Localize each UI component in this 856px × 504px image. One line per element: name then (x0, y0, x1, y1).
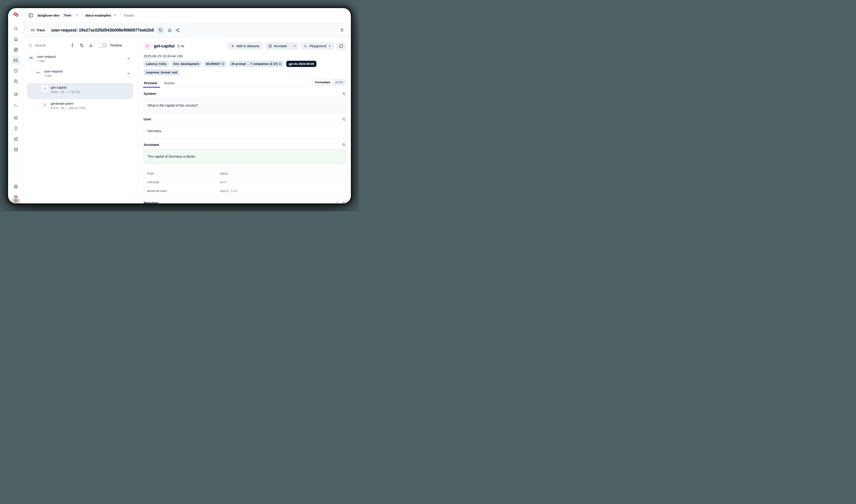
user-section: User Germany (144, 117, 346, 139)
node-duration: 6.47s (51, 106, 58, 110)
trace-type-label: Trace (36, 28, 45, 32)
node-label: user-request (44, 70, 63, 73)
sidebar-item-search[interactable] (12, 24, 20, 33)
download-icon[interactable] (89, 43, 93, 48)
search-input[interactable] (35, 43, 65, 48)
view-settings-icon[interactable] (79, 43, 84, 48)
sidebar-item-tracing[interactable] (12, 56, 20, 65)
table-row: refusal null (144, 178, 345, 187)
trace-tree-panel: Timeline user-request7.29s (24, 37, 139, 203)
sidebar-item-evaluation[interactable] (12, 124, 20, 133)
sidebar-item-sessions[interactable] (12, 67, 20, 75)
node-label: generate-poem (51, 102, 73, 105)
chevron-down-icon[interactable] (127, 72, 130, 76)
assistant-message: The capital of Germany is Berlin. (144, 149, 346, 164)
generation-icon (42, 85, 48, 92)
sidebar-item-annotation-queues[interactable] (12, 134, 20, 143)
breadcrumb-separator: / (81, 13, 83, 18)
value-cell: null (216, 178, 345, 187)
tree-node-user-request[interactable]: user-request7.29s (28, 55, 56, 63)
annotate-menu-chevron[interactable] (291, 42, 299, 50)
star-button[interactable] (167, 28, 172, 33)
share-button[interactable] (175, 28, 180, 33)
expand-icon[interactable] (335, 201, 339, 204)
node-tokens: 20 → 7 (Σ 27) (61, 90, 80, 94)
app-window: langfuse-dev Team / docs-examples / Trac… (8, 8, 351, 203)
system-section: System What is the capital of the countr… (144, 92, 346, 113)
action-buttons: Add to datasets Annotate P (228, 42, 346, 50)
node-label: get-capital (51, 86, 66, 89)
sidebar-item-prompts[interactable] (12, 90, 20, 99)
delete-trace-button[interactable] (338, 26, 346, 35)
comments-button[interactable] (337, 42, 346, 50)
trace-header-bar: Trace user-request: 19e27ac025d543b008e9… (24, 23, 351, 37)
playground-button[interactable]: Playground (301, 42, 334, 50)
output-path-table: Path Value refusal null annotations empt… (144, 169, 346, 195)
user-label: User (144, 117, 151, 121)
sidebar-item-settings[interactable] (12, 182, 20, 191)
chevron-down-icon[interactable] (113, 13, 117, 17)
annotate-split-button: Annotate (265, 42, 299, 50)
user-message: Germany (144, 123, 346, 139)
user-avatar[interactable] (12, 198, 20, 203)
tree-node-user-request-span[interactable]: user-request7.29s (35, 69, 63, 78)
copy-icon[interactable] (342, 118, 346, 121)
tab-preview[interactable]: Preview (144, 79, 158, 87)
sidebar-item-dashboard[interactable] (12, 45, 20, 54)
tag-button[interactable] (157, 27, 164, 34)
assistant-section: Assistant The capital of Germany is Berl… (144, 143, 346, 164)
format-segmented-control: Formatted JSON (312, 79, 346, 86)
collapse-all-icon[interactable] (70, 43, 74, 48)
tree-node-generate-poem[interactable]: generate-poem6.47s30 → 245 (Σ 275) (42, 102, 85, 110)
env-badge: Env: development (171, 61, 201, 67)
tokens-value: 20 prompt → 7 completion (Σ 27) (231, 62, 278, 66)
annotate-button[interactable]: Annotate (265, 42, 290, 50)
cost-value: $0.000027 (206, 62, 220, 66)
sidebar-item-playground[interactable] (12, 101, 20, 109)
assistant-label: Assistant (144, 143, 159, 147)
copy-icon[interactable] (342, 143, 346, 147)
cost-badge[interactable]: $0.000027 (204, 61, 227, 67)
metadata-section: Metadata (144, 201, 346, 203)
add-to-datasets-button[interactable]: Add to datasets (228, 42, 263, 50)
sidebar-item-users[interactable] (12, 77, 20, 86)
sidebar-item-home[interactable] (12, 35, 20, 43)
chevron-down-icon[interactable] (75, 13, 79, 17)
breadcrumb-separator: / (119, 13, 121, 18)
badges-row: Latency: 0.81s Env: development $0.00002… (144, 61, 319, 75)
breadcrumb-project[interactable]: langfuse-dev (37, 13, 59, 17)
project-type-badge: Team (62, 13, 73, 18)
system-label: System (144, 92, 156, 95)
span-icon (35, 69, 41, 76)
format-option-json[interactable]: JSON (333, 79, 345, 85)
table-header-path: Path (144, 169, 216, 178)
tree-node-get-capital[interactable]: get-capital0.81s20 → 7 (Σ 27) (42, 85, 80, 94)
sidebar-item-scores[interactable] (12, 113, 20, 122)
copy-id-button[interactable]: ID (177, 44, 184, 48)
sidebar-item-datasets[interactable] (12, 145, 20, 154)
tabs-bar: Preview Scores Formatted JSON (144, 79, 346, 87)
annotate-label: Annotate (274, 44, 287, 48)
id-label: ID (181, 44, 184, 48)
copy-icon[interactable] (342, 201, 346, 204)
add-to-datasets-label: Add to datasets (236, 44, 260, 48)
sidebar-toggle-icon[interactable] (28, 13, 33, 18)
breadcrumb-page[interactable]: Traces (123, 13, 134, 17)
node-duration: 7.29s (44, 74, 52, 77)
tab-scores[interactable]: Scores (164, 79, 175, 87)
node-tokens: 30 → 245 (Σ 275) (61, 106, 85, 110)
observation-title: get-capital (154, 43, 174, 49)
model-badge[interactable]: gpt-4o-2024-08-06 (286, 61, 316, 67)
sidebar (8, 8, 24, 203)
format-option-formatted[interactable]: Formatted (313, 79, 333, 85)
observation-timestamp: 2025-08-25 16:33:44.139 (144, 54, 346, 58)
copy-icon[interactable] (342, 92, 346, 95)
observation-detail-panel: get-capital ID Add to datasets (139, 37, 351, 203)
tokens-badge[interactable]: 20 prompt → 7 completion (Σ 27) (229, 61, 284, 67)
tree-search-row: Timeline (24, 41, 138, 50)
top-nav: langfuse-dev Team / docs-examples / Trac… (24, 8, 351, 23)
timeline-toggle[interactable] (98, 43, 107, 48)
breadcrumb-section[interactable]: docs-examples (85, 13, 111, 17)
path-cell: refusal (144, 178, 216, 187)
chevron-down-icon[interactable] (127, 57, 130, 61)
